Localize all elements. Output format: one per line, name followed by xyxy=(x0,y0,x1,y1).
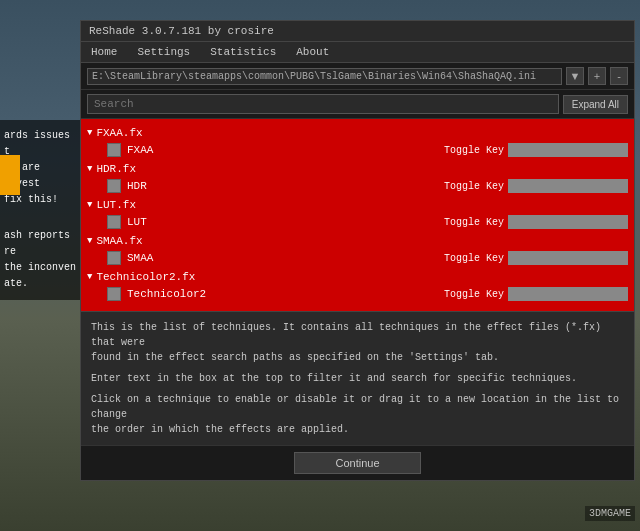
add-path-btn[interactable]: + xyxy=(588,67,606,85)
group-header-technicolor2[interactable]: ▼ Technicolor2.fx xyxy=(87,269,628,285)
item-lut: LUT Toggle Key xyxy=(87,213,628,231)
remove-path-btn[interactable]: - xyxy=(610,67,628,85)
menu-statistics[interactable]: Statistics xyxy=(206,45,280,59)
techniques-list: ▼ FXAA.fx FXAA Toggle Key ▼ HDR.fx HDR T… xyxy=(81,119,634,311)
app-title: ReShade 3.0.7.181 by crosire xyxy=(89,25,274,37)
dropdown-btn[interactable]: ▼ xyxy=(566,67,584,85)
path-bar: ▼ + - xyxy=(81,63,634,90)
toggle-label-smaa: Toggle Key xyxy=(444,253,504,264)
watermark: 3DMGAME xyxy=(585,506,635,521)
group-header-smaa[interactable]: ▼ SMAA.fx xyxy=(87,233,628,249)
triangle-icon-smaa: ▼ xyxy=(87,236,92,246)
info-line-4: Enter text in the box at the top to filt… xyxy=(91,371,624,386)
technique-name-hdr: HDR xyxy=(127,180,444,192)
group-header-fxaa[interactable]: ▼ FXAA.fx xyxy=(87,125,628,141)
item-fxaa: FXAA Toggle Key xyxy=(87,141,628,159)
item-smaa: SMAA Toggle Key xyxy=(87,249,628,267)
path-input[interactable] xyxy=(87,68,562,85)
group-label-smaa: SMAA.fx xyxy=(96,235,142,247)
group-technicolor2: ▼ Technicolor2.fx Technicolor2 Toggle Ke… xyxy=(87,269,628,303)
menu-about[interactable]: About xyxy=(292,45,333,59)
toggle-key-fxaa[interactable] xyxy=(508,143,628,157)
title-bar: ReShade 3.0.7.181 by crosire xyxy=(81,21,634,42)
toggle-label-lut: Toggle Key xyxy=(444,217,504,228)
menu-home[interactable]: Home xyxy=(87,45,121,59)
info-line-6: Click on a technique to enable or disabl… xyxy=(91,392,624,422)
checkbox-hdr[interactable] xyxy=(107,179,121,193)
info-line-7: the order in which the effects are appli… xyxy=(91,422,624,437)
info-area: This is the list of techniques. It conta… xyxy=(81,311,634,445)
left-line-5: the inconven xyxy=(4,260,81,276)
group-label-fxaa: FXAA.fx xyxy=(96,127,142,139)
triangle-icon-hdr: ▼ xyxy=(87,164,92,174)
group-lut: ▼ LUT.fx LUT Toggle Key xyxy=(87,197,628,231)
toggle-key-lut[interactable] xyxy=(508,215,628,229)
triangle-icon-fxaa: ▼ xyxy=(87,128,92,138)
menu-bar: Home Settings Statistics About xyxy=(81,42,634,63)
search-input[interactable] xyxy=(87,94,559,114)
group-hdr: ▼ HDR.fx HDR Toggle Key xyxy=(87,161,628,195)
expand-all-button[interactable]: Expand All xyxy=(563,95,628,114)
continue-bar: Continue xyxy=(81,445,634,480)
item-technicolor2: Technicolor2 Toggle Key xyxy=(87,285,628,303)
group-label-lut: LUT.fx xyxy=(96,199,136,211)
checkbox-technicolor2[interactable] xyxy=(107,287,121,301)
technique-name-smaa: SMAA xyxy=(127,252,444,264)
menu-settings[interactable]: Settings xyxy=(133,45,194,59)
checkbox-smaa[interactable] xyxy=(107,251,121,265)
group-smaa: ▼ SMAA.fx SMAA Toggle Key xyxy=(87,233,628,267)
reshade-panel: ReShade 3.0.7.181 by crosire Home Settin… xyxy=(80,20,635,481)
checkbox-lut[interactable] xyxy=(107,215,121,229)
toggle-label-technicolor2: Toggle Key xyxy=(444,289,504,300)
toggle-key-hdr[interactable] xyxy=(508,179,628,193)
toggle-key-smaa[interactable] xyxy=(508,251,628,265)
checkbox-fxaa[interactable] xyxy=(107,143,121,157)
technique-name-lut: LUT xyxy=(127,216,444,228)
technique-name-fxaa: FXAA xyxy=(127,144,444,156)
item-hdr: HDR Toggle Key xyxy=(87,177,628,195)
group-label-hdr: HDR.fx xyxy=(96,163,136,175)
continue-button[interactable]: Continue xyxy=(294,452,420,474)
toggle-key-technicolor2[interactable] xyxy=(508,287,628,301)
left-line-6: ate. xyxy=(4,276,81,292)
technique-name-technicolor2: Technicolor2 xyxy=(127,288,444,300)
info-line-1: This is the list of techniques. It conta… xyxy=(91,320,624,350)
search-bar: Expand All xyxy=(81,90,634,119)
group-fxaa: ▼ FXAA.fx FXAA Toggle Key xyxy=(87,125,628,159)
toggle-label-hdr: Toggle Key xyxy=(444,181,504,192)
orange-banner xyxy=(0,155,20,195)
toggle-label-fxaa: Toggle Key xyxy=(444,145,504,156)
triangle-icon-technicolor2: ▼ xyxy=(87,272,92,282)
left-overlay-text: ards issues t we are invest fix this! as… xyxy=(0,120,85,300)
left-line-4: ash reports re xyxy=(4,228,81,260)
group-header-lut[interactable]: ▼ LUT.fx xyxy=(87,197,628,213)
group-header-hdr[interactable]: ▼ HDR.fx xyxy=(87,161,628,177)
triangle-icon-lut: ▼ xyxy=(87,200,92,210)
group-label-technicolor2: Technicolor2.fx xyxy=(96,271,195,283)
info-line-2: found in the effect search paths as spec… xyxy=(91,350,624,365)
